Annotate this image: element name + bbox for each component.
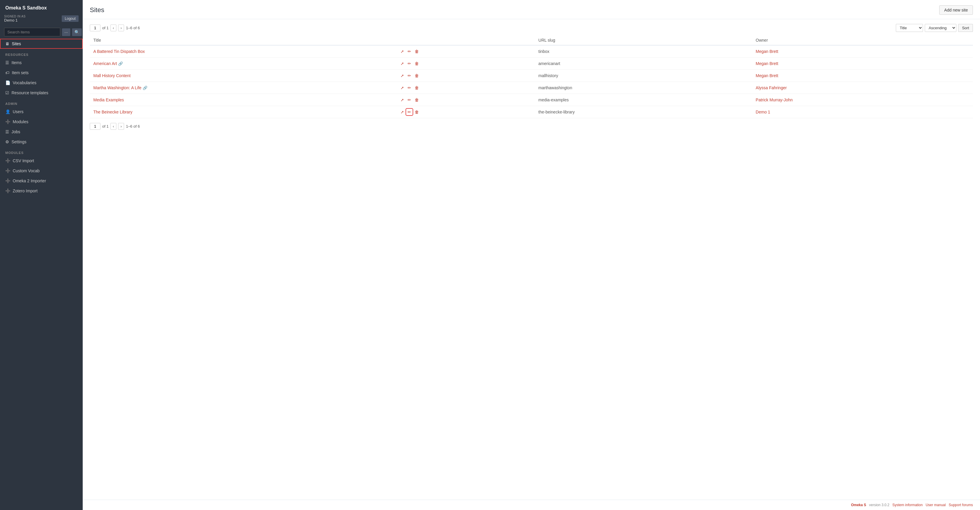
footer-system-info[interactable]: System information — [892, 503, 923, 507]
main-header: Sites Add new site — [83, 0, 980, 19]
footer-version: version 3.0.2 — [869, 503, 889, 507]
site-actions-cell: ➚✏🗑 — [396, 82, 535, 94]
slug-text: media-examples — [538, 97, 569, 102]
view-site-button[interactable]: ➚ — [399, 73, 405, 79]
edit-site-button[interactable]: ✏ — [406, 73, 412, 79]
nav-item-items[interactable]: ☰ Items — [0, 57, 83, 68]
nav-item-custom-vocab[interactable]: ➕ Custom Vocab — [0, 166, 83, 176]
col-actions — [396, 35, 535, 45]
next-page-button[interactable]: › — [118, 24, 124, 31]
view-site-button[interactable]: ➚ — [399, 61, 405, 67]
edit-site-button[interactable]: ✏ — [406, 109, 412, 115]
page-number-input-bottom[interactable] — [90, 123, 100, 130]
search-input[interactable] — [4, 28, 60, 36]
sort-button[interactable]: Sort — [958, 24, 973, 32]
footer-user-manual[interactable]: User manual — [926, 503, 946, 507]
nav-item-sites[interactable]: 🖥 Sites — [0, 39, 83, 49]
site-title-link[interactable]: American Art — [93, 61, 117, 66]
search-row: ··· 🔍 — [0, 26, 83, 39]
action-icons: ➚✏🗑 — [399, 85, 531, 91]
search-options-button[interactable]: ··· — [62, 29, 70, 36]
page-number-input[interactable] — [90, 24, 100, 31]
owner-link[interactable]: Megan Brett — [756, 73, 778, 78]
logout-button[interactable]: Logout — [62, 15, 79, 22]
sort-field-select[interactable]: Title URL slug Owner — [896, 24, 923, 32]
nav-item-jobs[interactable]: ☰ Jobs — [0, 127, 83, 137]
action-icons: ➚✏🗑 — [399, 73, 531, 79]
signed-in-section: SIGNED IN AS Demo 1 Logout — [0, 14, 83, 26]
action-icons: ➚✏🗑 — [399, 109, 531, 115]
next-page-button-bottom[interactable]: › — [118, 123, 124, 130]
sidebar: Omeka S Sandbox SIGNED IN AS Demo 1 Logo… — [0, 0, 83, 510]
site-actions-cell: ➚✏🗑 — [396, 57, 535, 70]
edit-site-button[interactable]: ✏ — [406, 85, 412, 91]
delete-site-button[interactable]: 🗑 — [414, 97, 420, 103]
delete-site-button[interactable]: 🗑 — [414, 48, 420, 54]
owner-link[interactable]: Megan Brett — [756, 49, 778, 54]
edit-site-button[interactable]: ✏ — [406, 48, 412, 54]
vocabularies-icon: 📄 — [5, 80, 10, 85]
signed-in-user: Demo 1 — [4, 18, 26, 22]
nav-item-vocabularies[interactable]: 📄 Vocabularies — [0, 78, 83, 88]
site-title-link[interactable]: Martha Washington: A Life — [93, 85, 142, 90]
nav-item-csv-import[interactable]: ➕ CSV Import — [0, 156, 83, 166]
csv-import-icon: ➕ — [5, 158, 10, 163]
delete-site-button[interactable]: 🗑 — [414, 85, 420, 91]
add-new-site-button[interactable]: Add new site — [939, 5, 973, 15]
view-site-button[interactable]: ➚ — [399, 85, 405, 91]
prev-page-button-bottom[interactable]: ‹ — [110, 123, 116, 130]
slug-text: tinbox — [538, 49, 549, 54]
view-site-button[interactable]: ➚ — [399, 97, 405, 103]
nav-label-settings: Settings — [11, 139, 27, 144]
nav-item-omeka2-importer[interactable]: ➕ Omeka 2 Importer — [0, 176, 83, 186]
view-site-button[interactable]: ➚ — [399, 109, 405, 115]
nav-item-zotero-import[interactable]: ➕ Zotero Import — [0, 186, 83, 196]
nav-item-resource-templates[interactable]: ☑ Resource templates — [0, 88, 83, 98]
prev-page-button[interactable]: ‹ — [110, 24, 116, 31]
footer-support-forums[interactable]: Support forums — [949, 503, 973, 507]
site-title-link[interactable]: Mall History Content — [93, 73, 130, 78]
sort-order-select[interactable]: Ascending Descending — [925, 24, 956, 32]
delete-site-button[interactable]: 🗑 — [414, 61, 420, 67]
view-site-button[interactable]: ➚ — [399, 48, 405, 54]
nav-item-users[interactable]: 👤 Users — [0, 107, 83, 117]
search-submit-button[interactable]: 🔍 — [72, 29, 82, 36]
owner-link[interactable]: Demo 1 — [756, 110, 770, 114]
slug-text: americanart — [538, 61, 560, 66]
site-owner-cell: Megan Brett — [752, 70, 973, 82]
edit-site-button[interactable]: ✏ — [406, 61, 412, 67]
site-title-link[interactable]: A Battered Tin Dispatch Box — [93, 49, 145, 54]
footer-brand: Omeka S — [851, 503, 866, 507]
owner-link[interactable]: Alyssa Fahringer — [756, 85, 787, 90]
pagination-bottom: of 1 ‹ › 1–6 of 6 — [90, 123, 140, 130]
private-icon: 🔗 — [118, 61, 123, 66]
modules-icon: ➕ — [5, 120, 10, 124]
site-title-link[interactable]: The Beinecke Library — [93, 110, 132, 114]
owner-link[interactable]: Megan Brett — [756, 61, 778, 66]
site-actions-cell: ➚✏🗑 — [396, 70, 535, 82]
col-owner: Owner — [752, 35, 973, 45]
resources-label: RESOURCES — [0, 49, 83, 57]
delete-site-button[interactable]: 🗑 — [414, 73, 420, 79]
modules-label: MODULES — [0, 147, 83, 156]
site-slug-cell: marthawashington — [535, 82, 752, 94]
nav-label-omeka2-importer: Omeka 2 Importer — [13, 178, 46, 183]
delete-site-button[interactable]: 🗑 — [414, 109, 420, 115]
nav-item-item-sets[interactable]: 🏷 Item sets — [0, 68, 83, 78]
owner-link[interactable]: Patrick Murray-John — [756, 97, 793, 102]
pagination-bottom-bar: of 1 ‹ › 1–6 of 6 — [90, 123, 973, 130]
nav-label-modules: Modules — [13, 120, 29, 124]
signed-in-label: SIGNED IN AS — [4, 15, 26, 18]
nav-item-settings[interactable]: ⚙ Settings — [0, 137, 83, 147]
zotero-import-icon: ➕ — [5, 188, 10, 193]
nav-label-item-sets: Item sets — [12, 70, 29, 75]
table-row: The Beinecke Library➚✏🗑the-beinecke-libr… — [90, 106, 973, 118]
edit-site-button[interactable]: ✏ — [406, 97, 412, 103]
slug-text: the-beinecke-library — [538, 110, 575, 114]
site-title-link[interactable]: Media Examples — [93, 97, 124, 102]
site-slug-cell: mallhistory — [535, 70, 752, 82]
site-actions-cell: ➚✏🗑 — [396, 94, 535, 106]
site-owner-cell: Alyssa Fahringer — [752, 82, 973, 94]
nav-item-modules[interactable]: ➕ Modules — [0, 117, 83, 127]
users-icon: 👤 — [5, 109, 10, 114]
